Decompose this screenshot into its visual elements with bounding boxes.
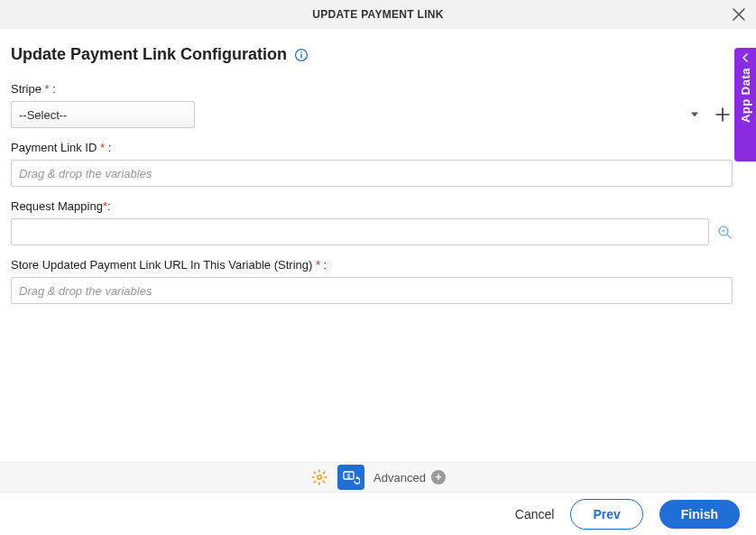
svg-point-4 [318,475,321,479]
svg-rect-2 [300,51,301,52]
app-data-tab[interactable]: App Data [734,48,756,161]
dialog-footer: Cancel Prev Finish [0,493,756,535]
info-icon[interactable] [294,48,309,62]
prev-button[interactable]: Prev [570,499,642,530]
app-data-label: App Data [739,68,752,123]
advanced-toggle[interactable]: Advanced + [373,470,446,484]
close-icon[interactable] [731,6,747,23]
convert-icon[interactable]: $ [337,465,364,490]
chevron-left-icon [741,53,750,62]
dialog-body: Update Payment Link Configuration Stripe… [0,29,756,304]
stripe-select[interactable] [11,101,195,128]
svg-rect-1 [300,54,301,59]
add-stripe-icon[interactable] [713,105,733,125]
stripe-select-wrap [11,101,705,128]
dialog-title: UPDATE PAYMENT LINK [312,8,444,21]
field-request-mapping: Request Mapping*: [11,199,733,245]
advanced-label: Advanced [373,471,426,484]
stripe-label: Stripe * : [11,82,733,96]
payment-link-id-label: Payment Link ID * : [11,141,733,154]
chevron-down-icon [691,113,698,117]
field-store-url: Store Updated Payment Link URL In This V… [11,258,733,304]
cancel-button[interactable]: Cancel [515,507,555,521]
field-stripe: Stripe * : [11,82,733,128]
request-mapping-input[interactable] [11,218,709,245]
svg-text:$: $ [347,473,351,479]
dialog-header: UPDATE PAYMENT LINK [0,0,756,29]
search-mapping-icon[interactable] [716,224,733,240]
gear-icon[interactable] [310,468,328,486]
bottom-toolbar: $ Advanced + [0,462,756,493]
plus-circle-icon: + [431,470,446,484]
page-title: Update Payment Link Configuration [11,45,287,64]
store-url-label: Store Updated Payment Link URL In This V… [11,258,733,272]
payment-link-id-input[interactable] [11,160,733,187]
field-payment-link-id: Payment Link ID * : [11,141,733,187]
request-mapping-label: Request Mapping*: [11,199,733,213]
finish-button[interactable]: Finish [659,500,740,529]
store-url-input[interactable] [11,277,733,304]
page-title-row: Update Payment Link Configuration [11,45,733,64]
